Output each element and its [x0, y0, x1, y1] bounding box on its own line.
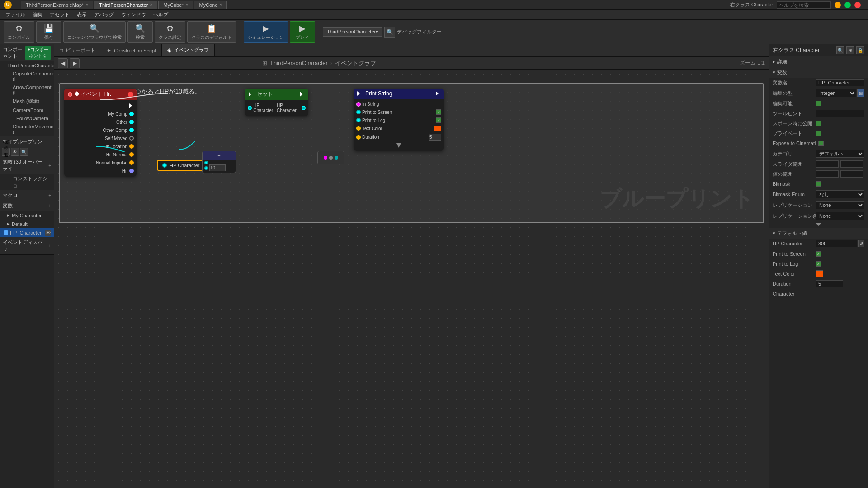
tab-map[interactable]: ThirdPersonExampleMap* × [21, 1, 93, 9]
component-followcamera[interactable]: FollowCamera [0, 114, 54, 122]
class-defaults-button[interactable]: 📋 クラスのデフォルト [187, 21, 236, 43]
slider-min-input[interactable] [816, 160, 839, 168]
text-color-swatch[interactable] [816, 270, 823, 277]
my-character-group[interactable]: ▸ My Character [0, 211, 54, 220]
category-select[interactable]: デフォルト [816, 150, 864, 158]
expand-arrow[interactable] [816, 223, 821, 226]
hp-character-var[interactable]: HP_Character 👁 [0, 228, 54, 237]
hp-default-input[interactable] [816, 240, 857, 247]
var-type-select[interactable]: Integer [816, 89, 856, 97]
add-event-dispatch-icon[interactable]: + [48, 244, 51, 249]
compile-button[interactable]: ⚙ コンパイル [4, 21, 34, 43]
macros-header[interactable]: マクロ + [0, 190, 54, 201]
var-type-array-icon[interactable]: ⊞ [857, 89, 864, 97]
spawn-checkbox[interactable] [816, 121, 821, 126]
tab-cone-close[interactable]: × [219, 2, 222, 7]
tab-map-close[interactable]: × [85, 2, 88, 7]
menu-edit[interactable]: 編集 [29, 10, 46, 19]
close-button[interactable] [854, 2, 861, 8]
help-search-input[interactable] [779, 2, 841, 8]
component-cameraboom[interactable]: CameraBoom [0, 106, 54, 114]
print-to-log-checkbox[interactable] [816, 261, 821, 267]
expose-cinema-checkbox[interactable] [818, 141, 824, 146]
blueprint-canvas[interactable]: キャラクターが何かにぶつかるとHPが10減る。 [54, 70, 769, 488]
tab-cone[interactable]: MyCone × [194, 1, 227, 9]
variables-header[interactable]: 変数 + [0, 201, 54, 211]
component-capsule[interactable]: CapsuleComponent (I [0, 70, 54, 83]
debug-search-button[interactable]: 🔍 [384, 27, 395, 38]
viewport-tab[interactable]: □ ビューポート [54, 44, 101, 56]
add-new-button[interactable]: +新規追加▾ [2, 148, 10, 156]
debug-filter-dropdown[interactable]: ThirdPersonCharacter▾ [323, 27, 382, 37]
tooltip-input[interactable] [816, 110, 864, 117]
var-name-input[interactable] [816, 79, 864, 86]
simulate-button[interactable]: ▶ シミュレーション [244, 21, 288, 43]
private-checkbox[interactable] [816, 131, 821, 136]
component-root[interactable]: ThirdPersonCharacter [0, 61, 54, 70]
construction-script-item[interactable]: コンストラクショ [0, 174, 54, 190]
print-tolog-checkbox[interactable]: ✓ [436, 117, 441, 123]
save-button[interactable]: 💾 保存 [36, 21, 61, 43]
menu-help[interactable]: ヘルプ [150, 10, 172, 19]
component-mesh[interactable]: Mesh (継承) [0, 97, 54, 106]
add-function-icon[interactable]: + [48, 163, 51, 168]
minimize-button[interactable] [835, 2, 841, 8]
content-browser-button[interactable]: 🔍 コンテンツブラウザで検索 [63, 21, 126, 43]
default-group[interactable]: ▸ Default [0, 220, 54, 228]
menu-asset[interactable]: アセット [46, 10, 73, 19]
menu-window[interactable]: ウィンドウ [118, 10, 150, 19]
menu-view[interactable]: 表示 [73, 10, 90, 19]
editable-checkbox[interactable] [816, 101, 821, 106]
event-graph-tab[interactable]: ◈ イベントグラフ [162, 44, 215, 56]
math-value-input[interactable] [209, 164, 226, 171]
replication-cond-select[interactable]: None [816, 212, 864, 220]
add-macro-icon[interactable]: + [48, 193, 51, 198]
maximize-button[interactable] [844, 2, 851, 8]
default-section-header[interactable]: ▾ デフォルト値 [769, 228, 868, 239]
collapse-arrow[interactable] [396, 143, 401, 148]
replication-select[interactable]: None [816, 201, 864, 209]
component-charactermovement[interactable]: CharacterMovement ( [0, 122, 54, 136]
hp-var-eye-icon[interactable]: 👁 [45, 230, 51, 236]
menu-debug[interactable]: デバッグ [90, 10, 118, 19]
tab-character[interactable]: ThirdPersonCharacter × [94, 1, 157, 9]
add-component-button[interactable]: +コンポーネントを [25, 46, 51, 60]
event-hit-node[interactable]: ◆ イベント Hit My Comp Other [64, 89, 137, 177]
components-header[interactable]: コンポーネント +コンポーネントを [0, 44, 54, 61]
search-button[interactable]: 🔍 検索 [127, 21, 153, 43]
right-grid-icon[interactable]: ⊞ [846, 46, 854, 54]
print-toscreen-checkbox[interactable]: ✓ [436, 109, 441, 115]
find-button[interactable]: 🔍 [20, 148, 28, 156]
eye-toggle[interactable]: 👁 [11, 148, 19, 156]
set-node[interactable]: セット HP Character HP Character [245, 89, 308, 116]
math-node[interactable]: − [202, 151, 236, 173]
component-arrow[interactable]: ArrowComponent (I [0, 83, 54, 97]
back-button[interactable]: ◀ [58, 58, 68, 68]
construction-script-tab[interactable]: ✦ Construction Script [101, 44, 162, 56]
tab-cube-close[interactable]: × [186, 2, 189, 7]
help-search[interactable] [777, 1, 831, 9]
value-min-input[interactable] [816, 170, 839, 178]
tab-character-close[interactable]: × [150, 2, 152, 7]
menu-file[interactable]: ファイル [2, 10, 29, 19]
right-lock-icon[interactable]: 🔒 [856, 46, 864, 54]
hp-reset-icon[interactable]: ↺ [858, 240, 864, 247]
event-dispatch-header[interactable]: イベントディスバッ + [0, 237, 54, 254]
bitmask-checkbox[interactable] [816, 181, 821, 187]
duration-input[interactable] [429, 134, 441, 141]
right-search-icon[interactable]: 🔍 [836, 46, 844, 54]
forward-button[interactable]: ▶ [70, 58, 80, 68]
duration-value-input[interactable] [816, 280, 843, 287]
add-variable-icon[interactable]: + [48, 203, 51, 208]
connector-dots-node[interactable] [317, 151, 344, 164]
print-string-node[interactable]: Print String In String Print to Screen [354, 89, 444, 151]
functions-header[interactable]: 関数 (30 オーバーライ + [0, 157, 54, 174]
comment-box[interactable]: キャラクターが何かにぶつかるとHPが10減る。 [59, 83, 764, 223]
value-max-input[interactable] [840, 170, 863, 178]
tab-cube[interactable]: MyCube* × [158, 1, 193, 9]
print-to-screen-checkbox[interactable] [816, 251, 821, 257]
bitmask-enum-select[interactable]: なし [816, 190, 864, 198]
slider-max-input[interactable] [840, 160, 863, 168]
text-color-swatch[interactable] [434, 126, 441, 131]
detail-header[interactable]: ▸ 詳細 [769, 56, 868, 67]
